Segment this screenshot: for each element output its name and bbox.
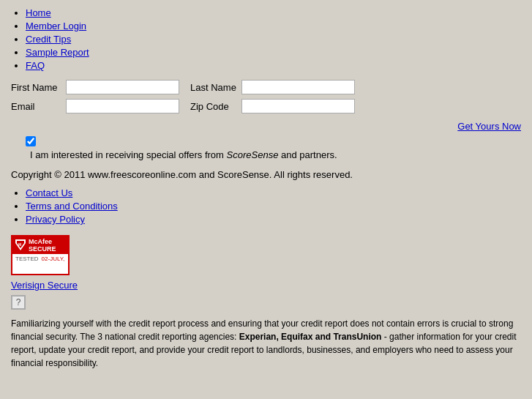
last-name-input[interactable] [241, 80, 355, 94]
first-name-label: First Name [11, 82, 66, 93]
mcafee-badge: M McAfeeSECURE TESTED 02-JULY, [11, 235, 70, 275]
question-badge[interactable]: ? [11, 295, 26, 310]
security-section: M McAfeeSECURE TESTED 02-JULY, Verisign … [11, 235, 521, 310]
email-label: Email [11, 101, 66, 112]
nav-link-credit-tips[interactable]: Credit Tips [26, 34, 71, 45]
body-text-section: Familiarizing yourself with the credit r… [11, 317, 521, 370]
mcafee-shield-icon: M [15, 239, 26, 251]
checkbox-item [26, 136, 521, 146]
mcafee-top-bar: M McAfeeSECURE [12, 236, 68, 254]
copyright-text: Copyright © 2011 www.freescoreonline.com… [11, 169, 521, 180]
agencies-bold-text: Experian, Equifax and TransUnion [239, 332, 382, 342]
email-row: Email Zip Code [11, 99, 521, 113]
nav-item-sample-report[interactable]: Sample Report [26, 47, 521, 58]
scoresense-brand: ScoreSense [227, 149, 279, 160]
mcafee-secure-text: McAfeeSECURE [29, 238, 56, 253]
footer-item-privacy[interactable]: Privacy Policy [26, 214, 521, 225]
special-offers-suffix: and partners. [278, 149, 337, 160]
checkbox-list: I am interested in receiving special off… [11, 136, 521, 160]
mcafee-bottom-bar: TESTED 02-JULY, [12, 254, 68, 264]
mcafee-date: 02-JULY, [42, 256, 65, 262]
last-name-label: Last Name [190, 82, 241, 93]
footer-link-privacy[interactable]: Privacy Policy [26, 214, 85, 225]
zip-code-label: Zip Code [190, 101, 241, 112]
svg-text:M: M [18, 242, 21, 247]
tested-label: TESTED [15, 256, 39, 262]
footer-item-contact[interactable]: Contact Us [26, 187, 521, 198]
special-offers-item: I am interested in receiving special off… [26, 149, 521, 160]
nav-item-member-login[interactable]: Member Login [26, 20, 521, 31]
footer-links-list: Contact Us Terms and Conditions Privacy … [11, 187, 521, 225]
special-offers-checkbox[interactable] [26, 136, 36, 146]
footer-item-terms[interactable]: Terms and Conditions [26, 201, 521, 212]
nav-link-sample-report[interactable]: Sample Report [26, 47, 89, 58]
special-offers-prefix: I am interested in receiving special off… [30, 149, 227, 160]
get-yours-button[interactable]: Get Yours Now [457, 121, 521, 132]
verisign-link[interactable]: Verisign Secure [11, 280, 521, 291]
nav-list: Home Member Login Credit Tips Sample Rep… [11, 7, 521, 71]
name-row: First Name Last Name [11, 80, 521, 94]
footer-link-terms[interactable]: Terms and Conditions [26, 201, 118, 212]
checkbox-wrapper [26, 136, 36, 146]
nav-link-member-login[interactable]: Member Login [26, 20, 86, 31]
nav-item-faq[interactable]: FAQ [26, 60, 521, 71]
nav-link-faq[interactable]: FAQ [26, 60, 45, 71]
first-name-input[interactable] [66, 80, 179, 94]
mcafee-tested-row: TESTED 02-JULY, [15, 256, 65, 262]
zip-code-input[interactable] [241, 99, 355, 113]
email-input[interactable] [66, 99, 179, 113]
nav-item-home[interactable]: Home [26, 7, 521, 18]
checkbox-section: I am interested in receiving special off… [11, 136, 521, 160]
nav-item-credit-tips[interactable]: Credit Tips [26, 34, 521, 45]
footer-link-contact[interactable]: Contact Us [26, 187, 72, 198]
nav-link-home[interactable]: Home [26, 7, 51, 18]
registration-form: First Name Last Name Email Zip Code [11, 80, 521, 113]
special-offers-text: I am interested in receiving special off… [30, 149, 337, 160]
get-yours-row: Get Yours Now [11, 121, 521, 132]
